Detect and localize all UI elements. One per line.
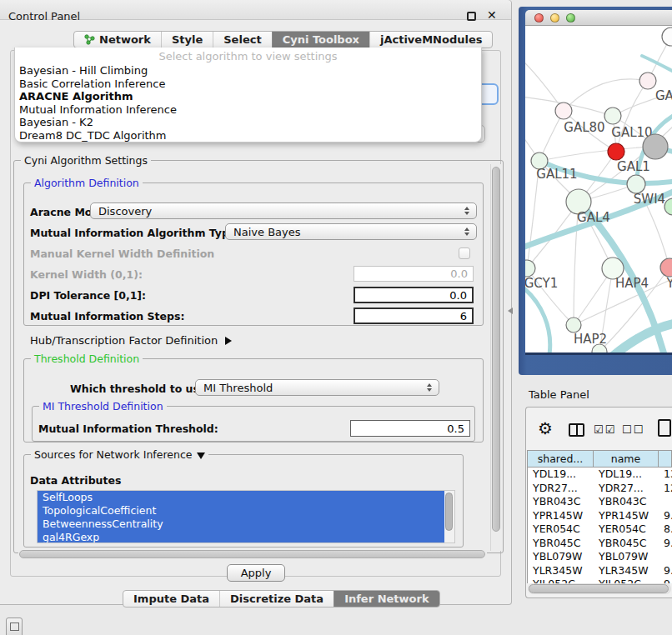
tab-impute-data[interactable]: Impute Data bbox=[123, 591, 219, 607]
network-edge bbox=[525, 59, 564, 111]
table-row[interactable]: YJL052CYJL052C9 bbox=[528, 578, 672, 583]
table-cell: YER054C bbox=[528, 522, 594, 537]
network-node[interactable] bbox=[627, 175, 645, 193]
network-node[interactable] bbox=[566, 318, 581, 332]
expander-right-icon bbox=[225, 337, 232, 345]
expander-down-icon bbox=[197, 452, 205, 459]
float-window-icon[interactable] bbox=[467, 12, 476, 21]
table-cell: YJL052C bbox=[528, 578, 594, 583]
spinner-arrows-icon bbox=[427, 383, 432, 392]
network-node[interactable] bbox=[555, 102, 572, 119]
table-cell: YER054C bbox=[594, 522, 659, 537]
table-cell: YPR145W bbox=[528, 509, 594, 523]
corner-grid-button[interactable] bbox=[6, 618, 23, 635]
spinner-arrows-icon bbox=[464, 228, 469, 236]
table-cell: YBR045C bbox=[528, 537, 594, 551]
column-header[interactable] bbox=[659, 451, 672, 467]
close-icon[interactable]: ✕ bbox=[487, 8, 497, 22]
window-zoom-icon[interactable] bbox=[566, 13, 575, 22]
table-horizontal-scrollbar-thumb[interactable] bbox=[529, 584, 669, 593]
table-row[interactable]: YBR045CYBR045C9. bbox=[528, 537, 672, 551]
mi-steps-field[interactable] bbox=[354, 308, 474, 324]
mi-threshold-field[interactable] bbox=[350, 420, 470, 437]
kernel-width-field[interactable] bbox=[354, 266, 474, 282]
column-header[interactable]: name bbox=[594, 451, 659, 467]
mi-algorithm-type-label: Mutual Information Algorithm Type: bbox=[30, 227, 240, 239]
hub-definition-label: Hub/Transcription Factor Definition bbox=[30, 334, 218, 347]
network-window-titlebar[interactable] bbox=[525, 10, 672, 26]
table-row[interactable]: YER054CYER054C8. bbox=[528, 522, 672, 537]
tab-style[interactable]: Style bbox=[161, 32, 213, 48]
dpi-tolerance-field[interactable] bbox=[354, 287, 474, 303]
window-close-icon[interactable] bbox=[534, 13, 544, 22]
tab-cyni-toolbox-label: Cyni Toolbox bbox=[283, 33, 359, 46]
table-cell: YBL079W bbox=[528, 550, 594, 564]
network-node[interactable] bbox=[643, 134, 668, 159]
show-checked-columns-icon[interactable]: ☑☑ bbox=[594, 423, 616, 436]
attributes-scrollbar-thumb[interactable] bbox=[445, 492, 453, 531]
table-cell: YPR145W bbox=[594, 509, 659, 523]
attribute-item[interactable]: gal4RGexp bbox=[38, 531, 454, 543]
network-canvas[interactable]: GALGAL80GAL10GAL1GAL11SWI4GAL4GCY1HAP4YH… bbox=[525, 26, 672, 352]
network-node[interactable] bbox=[525, 260, 535, 277]
network-node[interactable] bbox=[608, 143, 624, 160]
algorithm-option[interactable]: ARACNE Algorithm bbox=[15, 90, 481, 103]
splitter-handle[interactable] bbox=[508, 308, 513, 314]
hide-columns-icon[interactable]: ☐☐ bbox=[622, 423, 644, 436]
tab-network[interactable]: Network bbox=[74, 32, 161, 48]
algorithm-option[interactable]: Bayesian - Hill Climbing bbox=[15, 64, 481, 78]
aracne-mode-combo[interactable]: Discovery bbox=[90, 202, 477, 219]
table-cell: YDR27... bbox=[528, 482, 594, 496]
table-cell: 13 bbox=[659, 468, 672, 482]
table-row[interactable]: YPR145WYPR145W9. bbox=[528, 509, 672, 523]
network-edge-highlighted bbox=[642, 56, 672, 74]
network-node[interactable] bbox=[604, 108, 621, 124]
attribute-item[interactable]: BetweennessCentrality bbox=[38, 518, 454, 531]
settings-horizontal-scrollbar-thumb[interactable] bbox=[19, 550, 485, 558]
mi-algorithm-type-combo[interactable]: Naive Bayes bbox=[225, 223, 477, 240]
table-cell: 8. bbox=[659, 522, 672, 537]
table-panel-title: Table Panel bbox=[529, 388, 589, 401]
column-header[interactable]: shared... bbox=[528, 451, 594, 467]
screen: { "window": { "title": "Control Panel" }… bbox=[0, 0, 672, 635]
node-label: GAL4 bbox=[577, 210, 610, 225]
table-row[interactable]: YDR27...YDR27...12 bbox=[528, 482, 672, 496]
threshold-definition-title: Threshold Definition bbox=[31, 352, 143, 365]
tab-discretize-data[interactable]: Discretize Data bbox=[219, 591, 333, 607]
tab-cyni-toolbox[interactable]: Cyni Toolbox bbox=[272, 32, 369, 48]
attribute-item[interactable]: TopologicalCoefficient bbox=[38, 504, 454, 518]
algorithm-option[interactable]: Basic Correlation Inference bbox=[15, 78, 481, 91]
algorithm-option[interactable]: Bayesian - K2 bbox=[15, 116, 481, 129]
table-row[interactable]: YBR043CYBR043C bbox=[528, 495, 672, 509]
algorithm-option[interactable]: Mutual Information Inference bbox=[15, 103, 481, 117]
network-node[interactable] bbox=[664, 198, 672, 215]
window-minimize-icon[interactable] bbox=[550, 13, 559, 22]
tab-jactivemnodules[interactable]: jActiveMNodules bbox=[369, 32, 493, 48]
which-threshold-combo[interactable]: MI Threshold bbox=[195, 379, 439, 396]
network-node[interactable] bbox=[662, 28, 672, 46]
table-row[interactable]: YLR345WYLR345W9. bbox=[528, 564, 672, 578]
table-row[interactable]: YDL19...YDL19...13 bbox=[528, 468, 672, 482]
document-icon[interactable] bbox=[658, 419, 671, 437]
network-node[interactable] bbox=[639, 72, 656, 89]
tab-select[interactable]: Select bbox=[213, 32, 271, 48]
tab-infer-network[interactable]: Infer Network bbox=[333, 591, 439, 607]
algorithm-definition-title: Algorithm Definition bbox=[31, 177, 143, 189]
table-row[interactable]: YBL079WYBL079W bbox=[528, 550, 672, 564]
manual-kernel-checkbox[interactable] bbox=[459, 248, 470, 259]
spinner-arrows-icon bbox=[464, 207, 469, 215]
manual-kernel-label: Manual Kernel Width Definition bbox=[30, 248, 214, 260]
settings-group-title: Cyni Algorithm Settings bbox=[21, 154, 151, 167]
gear-icon[interactable]: ⚙ bbox=[538, 418, 553, 438]
tab-network-label: Network bbox=[99, 33, 151, 46]
network-icon bbox=[84, 34, 95, 45]
hub-definition-expander[interactable]: Hub/Transcription Factor Definition bbox=[30, 334, 232, 347]
table-cell: YBL079W bbox=[594, 550, 659, 564]
attribute-item[interactable]: SelfLoops bbox=[38, 491, 454, 504]
apply-button[interactable]: Apply bbox=[227, 564, 285, 582]
split-columns-icon[interactable] bbox=[569, 423, 584, 437]
network-node[interactable] bbox=[660, 258, 672, 277]
algorithm-option[interactable]: Dream8 DC_TDC Algorithm bbox=[15, 129, 481, 142]
table-cell bbox=[659, 550, 672, 564]
settings-vertical-scrollbar-thumb[interactable] bbox=[492, 167, 500, 532]
